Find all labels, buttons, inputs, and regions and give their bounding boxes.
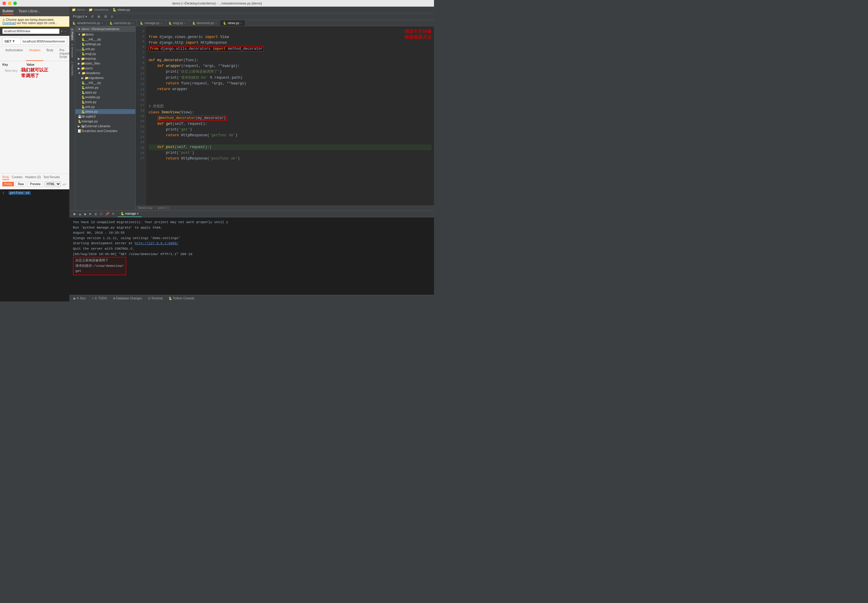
activity-project[interactable]: 1: Project bbox=[70, 28, 74, 41]
tree-item-models[interactable]: 🐍 models.py bbox=[75, 95, 135, 99]
tab-demo-urls[interactable]: 🐍 demo/urls.py × bbox=[189, 20, 220, 26]
run-output-box: 自定义装饰器被调用了 请求的路径:/view/demoview/ get bbox=[73, 257, 126, 275]
tree-item-apps[interactable]: 🐍 apps.py bbox=[75, 90, 135, 95]
body-tab-test-results[interactable]: Test Results bbox=[43, 175, 60, 180]
value-col-header: Value bbox=[26, 63, 67, 66]
server-url-link[interactable]: http://127.0.0.1:8000/ bbox=[135, 241, 178, 245]
body-tab-cookies[interactable]: Cookies bbox=[12, 175, 23, 180]
tree-item-admin[interactable]: 🐍 admin.py bbox=[75, 85, 135, 90]
pretty-btn[interactable]: Pretty bbox=[2, 182, 14, 186]
raw-btn[interactable]: Raw bbox=[15, 181, 26, 187]
status-run[interactable]: ▶ 4: Run bbox=[72, 297, 87, 300]
scroll-down-btn[interactable]: ▼ bbox=[88, 212, 93, 216]
tree-item-views-py[interactable]: 🐍 views.py bbox=[75, 109, 135, 114]
close-tab-wsgi[interactable]: × bbox=[184, 22, 186, 25]
maximize-button[interactable] bbox=[13, 2, 17, 5]
pin-btn[interactable]: 📌 bbox=[105, 211, 110, 216]
close-tab-views[interactable]: × bbox=[241, 22, 242, 25]
close-tab-users-urls[interactable]: × bbox=[132, 22, 133, 25]
tab-body[interactable]: Body bbox=[43, 47, 56, 61]
tree-item-init2[interactable]: 🐍 __init__.py bbox=[75, 80, 135, 85]
wrap-btn[interactable]: ⇌ bbox=[63, 182, 66, 187]
left-btn[interactable]: ⬡ bbox=[99, 211, 103, 216]
tree-item-urls2[interactable]: 🐍 urls.py bbox=[75, 104, 135, 109]
value-label[interactable]: Value bbox=[20, 69, 28, 73]
file-tabs: 🐍 viewdemo/urls.py × 🐍 users/urls.py × 🐍… bbox=[70, 20, 434, 26]
run-tab-manage[interactable]: 🐍 manage × bbox=[117, 211, 142, 217]
run-panel: ▶ ▲ ■ ▼ ⏸ ⬡ 📌 ✕ 🐍 manage × You have 13 u… bbox=[70, 210, 434, 295]
project-dropdown[interactable]: Project ▾ bbox=[72, 14, 88, 19]
run-line-5: Starting development server at http://12… bbox=[73, 241, 430, 246]
settings-btn[interactable]: ⚙ bbox=[103, 14, 108, 19]
body-tab-headers5[interactable]: Headers (5) bbox=[25, 175, 41, 180]
tree-item-scratches[interactable]: 📝 Scratches and Consoles bbox=[75, 128, 135, 133]
run-btn[interactable]: ▶ bbox=[73, 211, 77, 216]
tree-item-settings[interactable]: 🐍 settings.py bbox=[75, 42, 135, 46]
close-tab-viewdemo-urls[interactable]: × bbox=[101, 22, 103, 25]
run-line-4: Django version 1.11.11, using settings '… bbox=[73, 236, 430, 241]
request-bar: GET ▾ bbox=[0, 36, 70, 47]
format-row: Pretty Raw Preview HTML JSON XML Text ⇌ bbox=[2, 181, 67, 187]
status-python-console[interactable]: 🐍 Python Console bbox=[167, 297, 196, 300]
tree-item-migrations[interactable]: ▶ 📁 migrations bbox=[75, 76, 135, 80]
tree-item-tests[interactable]: 🐍 tests.py bbox=[75, 99, 135, 104]
tab-tests[interactable]: Tests bbox=[73, 47, 85, 61]
breadcrumb-views-py: 🐍 views.py bbox=[113, 8, 130, 12]
method-select[interactable]: GET ▾ bbox=[2, 38, 20, 45]
run-line-2: Run 'python manage.py migrate' to apply … bbox=[73, 225, 430, 230]
run-output: You have 13 unapplied migration(s). Your… bbox=[70, 217, 434, 295]
download-link[interactable]: Download bbox=[2, 22, 15, 25]
postman-warning: ⚠ Chrome apps are being deprecated. Down… bbox=[0, 16, 70, 27]
status-db-changes[interactable]: ⊕ Database Changes bbox=[111, 297, 144, 300]
tab-authorization[interactable]: Authorization bbox=[2, 47, 26, 61]
request-url-input[interactable] bbox=[20, 38, 67, 45]
preview-btn[interactable]: Preview bbox=[28, 181, 43, 187]
stop2-btn[interactable]: ✕ bbox=[111, 211, 115, 216]
response-section: Body Cookies Headers (5) Test Results Pr… bbox=[0, 173, 70, 189]
tree-item-static[interactable]: ▶ 📁 static_files bbox=[75, 61, 135, 66]
tab-users-urls[interactable]: 🐍 users/urls.py × bbox=[107, 20, 137, 26]
add-btn[interactable]: ⊕ bbox=[96, 14, 102, 19]
response-body: 1 getfunc ok bbox=[0, 189, 70, 302]
status-terminal[interactable]: ⊡ Terminal bbox=[146, 297, 164, 300]
tree-item-db[interactable]: 💾 db.sqlite3 bbox=[75, 114, 135, 119]
tab-viewdemo-urls[interactable]: 🐍 viewdemo/urls.py × bbox=[70, 20, 107, 26]
status-todo[interactable]: ✓ 6: TODO bbox=[90, 297, 108, 300]
tree-item-viewdemo[interactable]: ▼ 📁 viewdemo bbox=[75, 71, 135, 76]
stop-btn[interactable]: ■ bbox=[83, 212, 87, 216]
options-button[interactable]: ··· bbox=[64, 29, 67, 34]
ide-content: 1: Project 2: Structure 2: Favorites ▼ d… bbox=[70, 26, 434, 210]
close-tab-demo-urls[interactable]: × bbox=[215, 22, 217, 25]
url-bar-input[interactable] bbox=[2, 29, 59, 34]
tree-item-external-libs[interactable]: ▶ 📚 External Libraries bbox=[75, 124, 135, 128]
tree-item-manage[interactable]: 🐍 manage.py bbox=[75, 119, 135, 124]
pause-btn[interactable]: ⏸ bbox=[93, 212, 98, 216]
new-key-label[interactable]: New key bbox=[5, 69, 17, 73]
refresh-btn[interactable]: ↺ bbox=[90, 14, 95, 19]
tree-item-users[interactable]: ▶ 📁 users bbox=[75, 66, 135, 71]
tab-pre-request[interactable]: Pre-request Script bbox=[56, 47, 73, 61]
close-button[interactable] bbox=[2, 2, 6, 5]
close-tab-manage[interactable]: × bbox=[161, 22, 162, 25]
window-title: demo [~/Desktop/code/demo] - .../viewdem… bbox=[172, 2, 262, 5]
add-tab-button[interactable]: + bbox=[60, 29, 63, 34]
activity-favorites[interactable]: 2: Favorites bbox=[70, 60, 74, 77]
tab-builder[interactable]: Builder bbox=[2, 8, 14, 14]
tab-views-py[interactable]: 🐍 views.py × bbox=[220, 20, 246, 26]
breadcrumb-viewdemo: 📁 viewdemo bbox=[89, 8, 109, 12]
minimize-button[interactable] bbox=[8, 2, 11, 5]
format-select[interactable]: HTML JSON XML Text bbox=[45, 181, 61, 187]
code-editor[interactable]: 用这个方法修饰装饰器方法 345678910111213141516171819… bbox=[136, 26, 434, 210]
body-tab-body[interactable]: Body bbox=[2, 175, 9, 180]
tree-item-demo-folder[interactable]: ▼ 📁 demo bbox=[75, 32, 135, 37]
tab-manage-py[interactable]: 🐍 manage.py × bbox=[137, 20, 165, 26]
scroll-up-btn[interactable]: ▲ bbox=[78, 212, 82, 216]
tab-team-library[interactable]: Team Librar... bbox=[19, 8, 40, 14]
tab-headers[interactable]: Headers bbox=[26, 47, 43, 61]
menu-btn[interactable]: ≡ bbox=[110, 14, 114, 19]
run-line-1: You have 13 unapplied migration(s). Your… bbox=[73, 220, 430, 225]
body-tabs: Body Cookies Headers (5) Test Results bbox=[2, 175, 67, 180]
tab-wsgi-py[interactable]: 🐍 wsgi.py × bbox=[165, 20, 189, 26]
status-bar: ▶ 4: Run ✓ 6: TODO ⊕ Database Changes ⊡ … bbox=[70, 295, 434, 302]
tree-item-init1[interactable]: 🐍 __init__.py bbox=[75, 37, 135, 42]
